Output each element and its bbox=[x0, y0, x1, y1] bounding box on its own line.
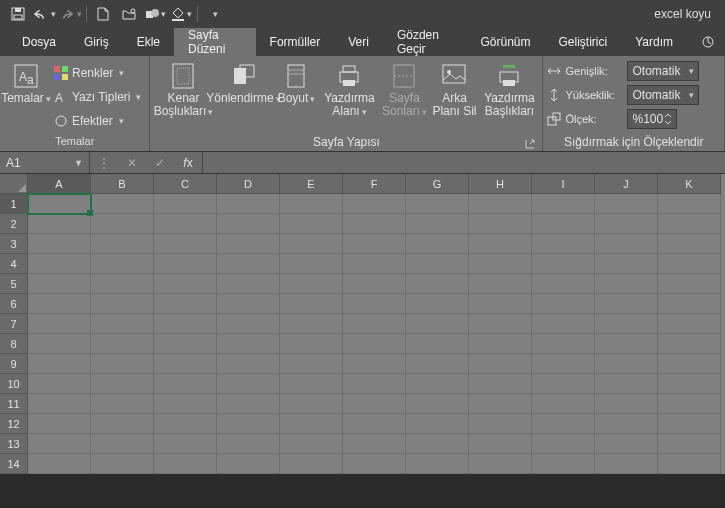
cell[interactable] bbox=[406, 294, 469, 314]
column-header[interactable]: J bbox=[595, 174, 658, 194]
cell[interactable] bbox=[343, 454, 406, 474]
cell[interactable] bbox=[217, 434, 280, 454]
cell[interactable] bbox=[469, 414, 532, 434]
cell[interactable] bbox=[595, 314, 658, 334]
cell[interactable] bbox=[532, 454, 595, 474]
cell[interactable] bbox=[91, 194, 154, 214]
column-header[interactable]: H bbox=[469, 174, 532, 194]
cell[interactable] bbox=[280, 394, 343, 414]
cell[interactable] bbox=[343, 254, 406, 274]
cell[interactable] bbox=[658, 274, 721, 294]
cell[interactable] bbox=[280, 314, 343, 334]
cell[interactable] bbox=[469, 454, 532, 474]
cell[interactable] bbox=[658, 214, 721, 234]
cell[interactable] bbox=[28, 414, 91, 434]
cell[interactable] bbox=[154, 394, 217, 414]
cell[interactable] bbox=[91, 334, 154, 354]
cell[interactable] bbox=[28, 394, 91, 414]
cell[interactable] bbox=[154, 434, 217, 454]
cell[interactable] bbox=[595, 414, 658, 434]
cell[interactable] bbox=[532, 254, 595, 274]
cell[interactable] bbox=[658, 354, 721, 374]
cancel-formula-icon[interactable]: ✕ bbox=[118, 156, 146, 170]
cell[interactable] bbox=[595, 194, 658, 214]
cell[interactable] bbox=[469, 294, 532, 314]
cell[interactable] bbox=[217, 454, 280, 474]
cell[interactable] bbox=[595, 374, 658, 394]
scale-spinner[interactable]: %100 bbox=[627, 109, 677, 129]
cell[interactable] bbox=[532, 314, 595, 334]
name-box[interactable]: A1▼ bbox=[0, 152, 90, 173]
fx-icon[interactable]: fx bbox=[174, 156, 202, 170]
cell[interactable] bbox=[532, 294, 595, 314]
cell[interactable] bbox=[532, 214, 595, 234]
cell[interactable] bbox=[280, 334, 343, 354]
cell[interactable] bbox=[91, 454, 154, 474]
column-header[interactable]: K bbox=[658, 174, 721, 194]
cell[interactable] bbox=[280, 214, 343, 234]
column-header[interactable]: C bbox=[154, 174, 217, 194]
cell[interactable] bbox=[532, 354, 595, 374]
row-header[interactable]: 12 bbox=[0, 414, 28, 434]
cell[interactable] bbox=[343, 434, 406, 454]
tab-page-layout[interactable]: Sayfa Düzeni bbox=[174, 28, 256, 56]
cell[interactable] bbox=[343, 214, 406, 234]
cell[interactable] bbox=[406, 454, 469, 474]
tab-help[interactable]: Yardım bbox=[621, 28, 687, 56]
tab-insert[interactable]: Ekle bbox=[123, 28, 174, 56]
undo-icon[interactable]: ▾ bbox=[32, 2, 56, 26]
cell[interactable] bbox=[406, 354, 469, 374]
cell[interactable] bbox=[28, 354, 91, 374]
cell[interactable] bbox=[532, 334, 595, 354]
cell[interactable] bbox=[469, 334, 532, 354]
cell[interactable] bbox=[343, 394, 406, 414]
cell[interactable] bbox=[28, 314, 91, 334]
cell[interactable] bbox=[658, 294, 721, 314]
cell[interactable] bbox=[217, 274, 280, 294]
orientation-button[interactable]: Yönlendirme▾ bbox=[214, 60, 272, 132]
effects-button[interactable]: Efektler▾ bbox=[50, 110, 145, 132]
cell[interactable] bbox=[154, 354, 217, 374]
cell[interactable] bbox=[280, 434, 343, 454]
cell[interactable] bbox=[658, 414, 721, 434]
cell[interactable] bbox=[28, 194, 91, 214]
cell[interactable] bbox=[595, 454, 658, 474]
cell[interactable] bbox=[154, 214, 217, 234]
cell[interactable] bbox=[280, 454, 343, 474]
cell[interactable] bbox=[28, 254, 91, 274]
new-file-icon[interactable] bbox=[91, 2, 115, 26]
formula-menu-icon[interactable]: ⋮ bbox=[90, 156, 118, 170]
cell[interactable] bbox=[154, 414, 217, 434]
row-header[interactable]: 1 bbox=[0, 194, 28, 214]
cell[interactable] bbox=[406, 234, 469, 254]
cell[interactable] bbox=[28, 214, 91, 234]
row-header[interactable]: 8 bbox=[0, 334, 28, 354]
cell[interactable] bbox=[91, 354, 154, 374]
cell[interactable] bbox=[469, 194, 532, 214]
print-titles-button[interactable]: Yazdırma Başlıkları bbox=[480, 60, 538, 132]
colors-button[interactable]: Renkler▾ bbox=[50, 62, 145, 84]
cell[interactable] bbox=[154, 314, 217, 334]
cell[interactable] bbox=[595, 394, 658, 414]
cell[interactable] bbox=[658, 334, 721, 354]
cell[interactable] bbox=[406, 274, 469, 294]
cell[interactable] bbox=[532, 414, 595, 434]
cell[interactable] bbox=[469, 374, 532, 394]
cell[interactable] bbox=[217, 394, 280, 414]
tab-formulas[interactable]: Formüller bbox=[256, 28, 335, 56]
cell[interactable] bbox=[469, 354, 532, 374]
cell[interactable] bbox=[28, 374, 91, 394]
cell[interactable] bbox=[280, 374, 343, 394]
cell[interactable] bbox=[28, 274, 91, 294]
cell[interactable] bbox=[28, 334, 91, 354]
cell[interactable] bbox=[532, 234, 595, 254]
cell[interactable] bbox=[532, 194, 595, 214]
row-header[interactable]: 10 bbox=[0, 374, 28, 394]
cell[interactable] bbox=[658, 314, 721, 334]
cell[interactable] bbox=[217, 374, 280, 394]
cell[interactable] bbox=[595, 354, 658, 374]
cell[interactable] bbox=[91, 414, 154, 434]
cell[interactable] bbox=[217, 414, 280, 434]
cell[interactable] bbox=[406, 374, 469, 394]
row-header[interactable]: 4 bbox=[0, 254, 28, 274]
